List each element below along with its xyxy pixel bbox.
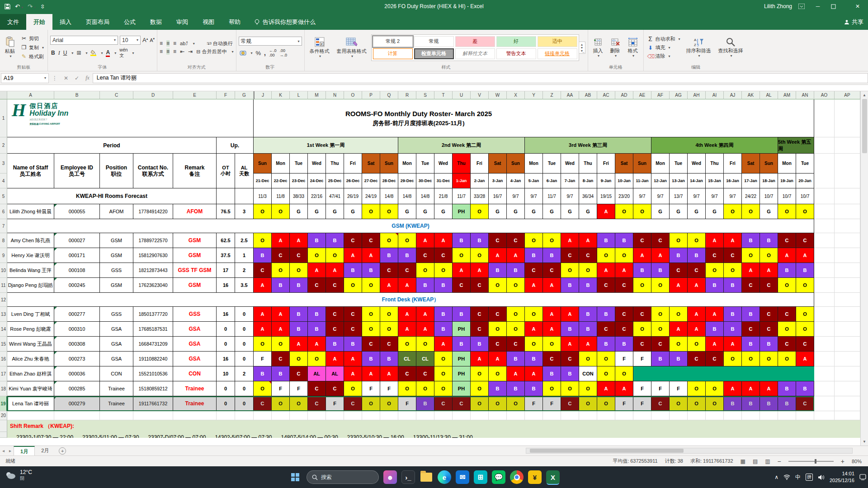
empty-cell[interactable] <box>724 411 742 420</box>
staff-name[interactable]: Django Peng 彭琨皓 <box>7 278 54 293</box>
date-header[interactable]: 30-Dec <box>416 174 434 188</box>
bold-button[interactable]: B <box>51 50 55 56</box>
shift-cell[interactable]: O <box>615 204 633 219</box>
staff-remark[interactable]: Trainee <box>173 381 217 396</box>
empty-cell[interactable] <box>453 411 471 420</box>
row-header-14[interactable]: 14 <box>0 322 7 337</box>
column-header-B[interactable]: B <box>54 91 100 99</box>
shift-cell[interactable] <box>778 366 796 381</box>
shift-cell[interactable]: O <box>688 337 706 352</box>
shift-cell[interactable]: C <box>597 278 615 293</box>
cell-ao[interactable] <box>814 154 835 188</box>
row-header-9[interactable]: 9 <box>0 248 7 263</box>
ribbon-display-options-icon[interactable] <box>798 4 805 9</box>
decrease-font-icon[interactable]: A▾ <box>150 37 155 43</box>
shift-cell[interactable]: O <box>254 204 272 219</box>
shift-cell[interactable]: O <box>416 337 434 352</box>
cell-ao[interactable] <box>814 366 835 381</box>
staff-al[interactable]: 0 <box>235 396 254 411</box>
normal-view-icon[interactable]: ▦ <box>741 458 745 465</box>
shift-cell[interactable]: C <box>796 233 814 248</box>
shift-cell[interactable]: B <box>778 381 796 396</box>
shift-cell[interactable]: B <box>254 366 272 381</box>
staff-remark[interactable]: Trainee <box>173 396 217 411</box>
redo-icon[interactable]: ↷▾ <box>28 3 36 10</box>
underline-button[interactable]: U <box>63 50 67 56</box>
shift-cell[interactable]: C <box>326 307 344 322</box>
week-band-4[interactable]: 4th Week 第四周 <box>651 137 778 154</box>
empty-cell[interactable] <box>434 411 453 420</box>
empty-cell[interactable] <box>543 411 561 420</box>
empty-cell[interactable] <box>597 411 615 420</box>
shift-cell[interactable]: C <box>344 322 362 337</box>
staff-al[interactable]: 0 <box>235 322 254 337</box>
minimize-button[interactable]: ─ <box>811 3 825 9</box>
staff-ot[interactable]: 0 <box>217 337 235 352</box>
row-header-20[interactable]: 20 <box>0 411 7 420</box>
staff-position[interactable]: GSS <box>100 307 133 322</box>
cell-ap[interactable] <box>835 293 860 307</box>
shift-cell[interactable]: C <box>489 307 507 322</box>
column-header-AL[interactable]: AL <box>760 91 778 99</box>
cell-ap[interactable] <box>835 233 860 248</box>
shift-cell[interactable]: F <box>615 352 633 366</box>
formula-input[interactable]: Lena Tan 谭玲丽 <box>93 73 868 83</box>
staff-position[interactable]: GSA <box>100 352 133 366</box>
shift-cell[interactable]: C <box>651 233 670 248</box>
shift-cell[interactable]: AL <box>326 366 344 381</box>
shift-cell[interactable]: O <box>254 381 272 396</box>
shift-cell[interactable]: A <box>489 352 507 366</box>
zoom-level[interactable]: 80% <box>852 459 862 464</box>
shift-cell[interactable]: F <box>272 381 290 396</box>
date-header[interactable]: 29-Dec <box>398 174 416 188</box>
shift-cell[interactable]: O <box>380 204 398 219</box>
up-header[interactable]: Up. <box>217 137 254 154</box>
shift-cell[interactable]: O <box>344 278 362 293</box>
shift-cell[interactable] <box>688 366 706 381</box>
shift-cell[interactable]: G <box>760 204 778 219</box>
staff-position[interactable]: GSM <box>100 248 133 263</box>
shift-cell[interactable]: G <box>308 204 326 219</box>
notification-icon[interactable] <box>859 474 866 480</box>
staff-ot[interactable]: 0 <box>217 381 235 396</box>
shift-cell[interactable]: F <box>398 396 416 411</box>
shift-cell[interactable]: B <box>326 337 344 352</box>
shift-cell[interactable]: O <box>597 366 615 381</box>
staff-position[interactable]: Trainee <box>100 381 133 396</box>
shift-cell[interactable]: B <box>416 396 434 411</box>
shift-cell[interactable]: O <box>272 204 290 219</box>
shift-cell[interactable]: O <box>670 337 688 352</box>
app-icon-chrome[interactable] <box>510 470 524 484</box>
shift-cell[interactable] <box>742 366 760 381</box>
forecast-cell[interactable]: 14/8 <box>380 188 398 204</box>
shift-cell[interactable]: C <box>688 352 706 366</box>
col-header-remark[interactable]: Remark备注 <box>173 154 217 188</box>
staff-position[interactable]: GSM <box>100 278 133 293</box>
shift-cell[interactable]: G <box>326 204 344 219</box>
shift-cell[interactable]: O <box>579 263 597 278</box>
day-name-header[interactable]: Wed <box>561 154 579 174</box>
cell-style-item[interactable]: 常规 2 <box>373 36 413 47</box>
shift-cell[interactable]: B <box>724 278 742 293</box>
shift-cell[interactable]: C <box>670 263 688 278</box>
row-header-4[interactable]: 4 <box>0 174 7 188</box>
shift-cell[interactable]: B <box>290 322 308 337</box>
shift-cell[interactable]: C <box>597 322 615 337</box>
row-header-1[interactable]: 1 <box>0 99 7 137</box>
shift-cell[interactable]: A <box>543 322 561 337</box>
shift-cell[interactable]: B <box>760 233 778 248</box>
shift-cell[interactable]: B <box>742 396 760 411</box>
app-icon-edge[interactable]: e <box>438 470 451 484</box>
column-header-S[interactable]: S <box>416 91 434 99</box>
date-header[interactable]: 14-Jan <box>688 174 706 188</box>
cell-ao[interactable] <box>814 396 835 411</box>
shift-cell[interactable] <box>670 366 688 381</box>
staff-ot[interactable]: 10 <box>217 366 235 381</box>
clear-button[interactable]: ⌫清除▾ <box>646 52 682 60</box>
shift-cell[interactable]: B <box>561 322 579 337</box>
column-header-O[interactable]: O <box>344 91 362 99</box>
app-icon-contacts[interactable]: ☻ <box>383 470 397 484</box>
ribbon-tab-9[interactable]: 帮助 <box>222 14 248 30</box>
shift-cell[interactable]: PH <box>453 381 471 396</box>
shift-cell[interactable]: O <box>525 337 543 352</box>
